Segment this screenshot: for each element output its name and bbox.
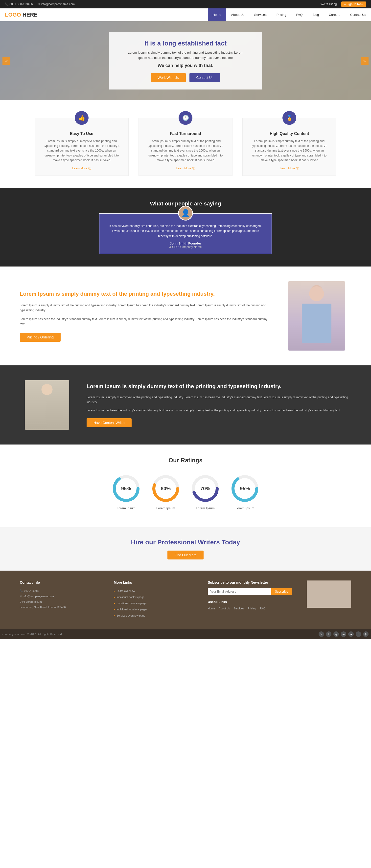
dark-info-image [20, 380, 74, 430]
footer-link-4: Individual locations pages [114, 607, 198, 612]
social-icons: 𝕏 f g in ☁ P ◎ [318, 631, 369, 637]
contact-us-button[interactable]: Contact Us [189, 73, 220, 82]
student-head [41, 384, 53, 395]
top-bar: 📞 0001 800-123456 ✉ info@companyname.com… [0, 0, 371, 8]
nav-careers[interactable]: Careers [324, 8, 345, 21]
instagram-icon[interactable]: ◎ [363, 631, 369, 637]
useful-link-about[interactable]: About Us [219, 606, 230, 611]
useful-link-pricing[interactable]: Pricing [248, 606, 256, 611]
header: LOGO HERE Home About Us Services Pricing… [0, 8, 371, 21]
find-out-more-button[interactable]: Find Out More [167, 551, 203, 559]
student-image [25, 380, 69, 430]
email-address: ✉ info@companyname.com [38, 2, 75, 6]
cta-section: Hire our Professional Writers Today Find… [0, 527, 371, 570]
info-title: Lorem Ipsum is simply dummy text of the … [20, 290, 270, 298]
ratings-section: Our Ratings 95% Lorem Ipsum 80% Lorem Ip… [0, 444, 371, 527]
footer-newsletter-col: Subscribe to our monthly Newsletter Subs… [208, 581, 292, 619]
cta-title: Hire our Professional Writers Today [20, 538, 351, 546]
dark-info-section: Lorem Ipsum is simply dummy text of the … [0, 365, 371, 444]
footer-useful-title: Useful Links [208, 600, 292, 604]
ratings-row: 95% Lorem Ipsum 80% Lorem Ipsum 70% [20, 474, 351, 510]
logo: LOGO HERE [0, 9, 42, 21]
hero-arrow-left[interactable]: « [2, 57, 10, 65]
rating-4: 95% Lorem Ipsum [230, 474, 260, 510]
testimonial-role: & CEO, Company Name [109, 245, 262, 249]
useful-link-home[interactable]: Home [208, 606, 215, 611]
dark-info-para2: Lorem Ipsum has been the industry's stan… [87, 408, 351, 413]
thumb-icon: 👍 [75, 111, 89, 125]
rating-2: 80% Lorem Ipsum [151, 474, 181, 510]
feature-fast-title: Fast Turnaround [145, 131, 226, 136]
person-body [302, 304, 332, 343]
rss-icon[interactable]: ☁ [348, 631, 354, 637]
rating-4-value: 95% [240, 486, 250, 492]
rating-1-label: Lorem Ipsum [111, 506, 141, 510]
work-with-us-button[interactable]: Work With Us [151, 73, 185, 82]
person-image [288, 281, 345, 350]
phone-number: 📞 0001 800-123456 [5, 2, 33, 6]
hero-subtitle: Lorem Ipsum is simply dummy text of the … [124, 50, 247, 61]
twitter-icon[interactable]: 𝕏 [318, 631, 324, 637]
useful-links-row: Home About Us Services Pricing FAQ [208, 606, 292, 611]
linkedin-icon[interactable]: in [341, 631, 346, 637]
facebook-icon[interactable]: f [326, 631, 332, 637]
top-bar-right: We're Hiring! ♦ SignUp Now [320, 1, 366, 7]
footer-address: 04/4 Lorem Ipsum new lorem, New Road, Lo… [20, 599, 104, 610]
useful-link-services[interactable]: Services [234, 606, 244, 611]
nav-services[interactable]: Services [249, 8, 272, 21]
ratings-title: Our Ratings [20, 457, 351, 464]
newsletter-subscribe-button[interactable]: Subscribe [271, 588, 292, 595]
rating-1: 95% Lorem Ipsum [111, 474, 141, 510]
signup-button[interactable]: ♦ SignUp Now [341, 1, 366, 7]
hiring-text: We're Hiring! [320, 2, 338, 6]
pricing-ordering-button[interactable]: Pricing / Ordering [20, 333, 61, 342]
feature-fast-text: Lorem Ipsum is simply dummy text of the … [145, 139, 226, 163]
feature-easy-link[interactable]: Learn More ⓘ [72, 166, 91, 170]
footer-link-3: Locations overview page [114, 600, 198, 606]
person-head [309, 286, 324, 301]
donut-2: 80% [151, 474, 181, 503]
dark-info-para1: Lorem Ipsum is simply dummy text of the … [87, 395, 351, 405]
newsletter-email-input[interactable] [208, 588, 271, 595]
testimonial-name: John Smith Founder [109, 242, 262, 245]
nav-blog[interactable]: Blog [307, 8, 324, 21]
footer: Contact Info 📞 0129456789 ✉ Info@company… [0, 570, 371, 629]
nav-home[interactable]: Home [208, 8, 226, 21]
hero-arrow-right[interactable]: » [361, 57, 369, 65]
feature-fast-link[interactable]: Learn More ⓘ [176, 166, 195, 170]
googleplus-icon[interactable]: g [333, 631, 339, 637]
donut-3: 70% [190, 474, 220, 503]
rating-2-label: Lorem Ipsum [151, 506, 181, 510]
info-para1: Lorem Ipsum is simply dummy text of the … [20, 303, 270, 313]
donut-4: 95% [230, 474, 260, 503]
rating-1-value: 95% [121, 486, 131, 492]
footer-image [307, 581, 351, 608]
footer-link-1: Learn overview [114, 588, 198, 594]
feature-quality-link[interactable]: Learn More ⓘ [280, 166, 299, 170]
nav-about[interactable]: About Us [226, 8, 249, 21]
feature-easy-title: Easy To Use [41, 131, 122, 136]
nav-contact[interactable]: Contact Us [345, 8, 371, 21]
footer-links-title: More Links [114, 581, 198, 584]
feature-quality-text: Lorem Ipsum is simply dummy text of the … [249, 139, 330, 163]
footer-logo-area [302, 581, 351, 619]
useful-link-faq[interactable]: FAQ [260, 606, 265, 611]
footer-useful-links: Useful Links Home About Us Services Pric… [208, 600, 292, 611]
nav-faq[interactable]: FAQ [291, 8, 307, 21]
footer-email: ✉ Info@companyname.com [20, 594, 104, 599]
hero-title: It is a long established fact [124, 39, 247, 47]
rating-3-label: Lorem Ipsum [190, 506, 220, 510]
info-section: Lorem Ipsum is simply dummy text of the … [0, 267, 371, 365]
have-content-written-button[interactable]: Have Content Writtn [87, 418, 131, 427]
hero-content: It is a long established fact Lorem Ipsu… [109, 32, 262, 90]
top-bar-contact: 📞 0001 800-123456 ✉ info@companyname.com [5, 2, 75, 6]
testimonial-quote: It has survived not only five centuries,… [109, 223, 262, 239]
footer-bottom: companyname.com © 2017 | All Rights Rese… [0, 629, 371, 639]
logo-gray: HERE [21, 11, 38, 18]
pinterest-icon[interactable]: P [355, 631, 361, 637]
nav-pricing[interactable]: Pricing [272, 8, 291, 21]
rating-2-value: 80% [161, 486, 171, 492]
footer-link-5: Services overview page [114, 613, 198, 618]
hero-tagline: We can help you with that. [124, 63, 247, 68]
medal-icon: 🏅 [282, 111, 296, 125]
